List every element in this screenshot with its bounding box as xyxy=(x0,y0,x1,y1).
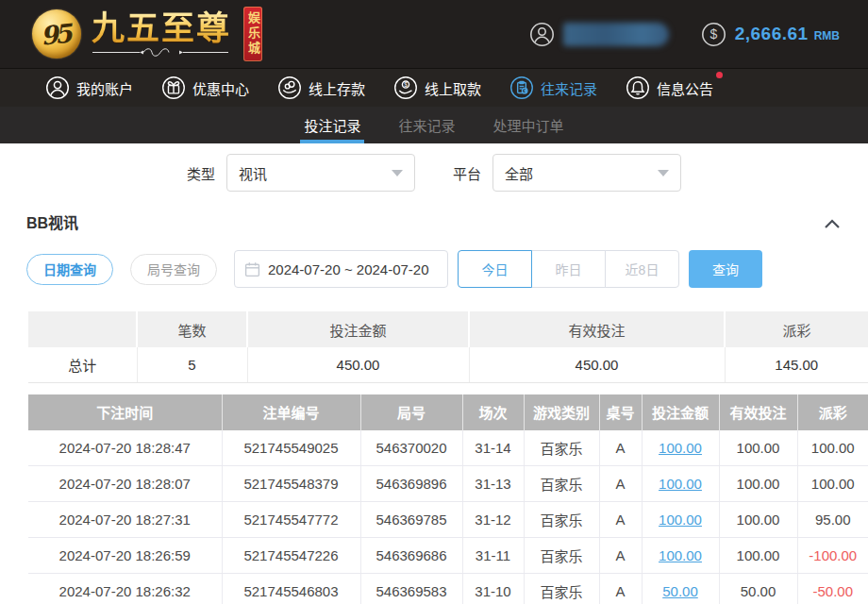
last8days-label: 近8日 xyxy=(626,260,659,278)
quick-range-group: 今日 昨日 近8日 xyxy=(458,250,679,288)
brand-subtitle: 娱乐城 xyxy=(243,7,262,61)
tab-label: 投注记录 xyxy=(304,115,360,135)
header-session: 场次 xyxy=(462,394,524,430)
header-round-no: 局号 xyxy=(360,394,462,430)
nav-label: 线上取款 xyxy=(425,78,481,98)
bet-table-row: 2024-07-20 18:26:32521745546803546369583… xyxy=(28,574,868,604)
tab-transaction-records[interactable]: 往来记录 xyxy=(396,107,457,143)
header-payout: 派彩 xyxy=(797,394,868,430)
bet-amount-link[interactable]: 100.00 xyxy=(659,547,702,563)
bet-time-cell: 2024-07-20 18:28:47 xyxy=(28,430,222,466)
platform-filter: 平台 全部 xyxy=(453,154,681,192)
bet-amount-cell: 50.00 xyxy=(642,574,719,604)
brand-name: 九五至尊 xyxy=(92,10,231,46)
order-no-cell: 521745547772 xyxy=(222,502,360,538)
search-button[interactable]: 查询 xyxy=(689,250,762,288)
valid-bet-cell: 100.00 xyxy=(719,430,797,466)
query-row: 日期查询 局号查询 2024-07-20 ~ 2024-07-20 今日 昨日 … xyxy=(26,250,842,288)
bet-amount-cell: 100.00 xyxy=(642,538,719,574)
table-no-cell: A xyxy=(599,538,642,574)
topbar: 95 九五至尊 娱乐城 xyxy=(0,0,868,68)
bet-time-cell: 2024-07-20 18:26:32 xyxy=(28,574,222,604)
platform-filter-label: 平台 xyxy=(453,163,481,183)
user-avatar-icon xyxy=(529,22,555,47)
header-bet-amount: 投注金额 xyxy=(642,394,719,430)
summary-header-row: 笔数 投注金额 有效投注 派彩 xyxy=(28,311,868,347)
bet-table: 下注时间 注单编号 局号 场次 游戏类别 桌号 投注金额 有效投注 派彩 202… xyxy=(28,394,868,604)
header-game-type: 游戏类别 xyxy=(524,394,599,430)
round-no-cell: 546370020 xyxy=(360,430,462,466)
valid-bet-cell: 100.00 xyxy=(719,538,797,574)
type-select[interactable]: 视讯 xyxy=(226,154,415,192)
filter-row: 类型 视讯 平台 全部 xyxy=(0,154,868,192)
bet-amount-cell: 100.00 xyxy=(642,502,719,538)
game-type-cell: 百家乐 xyxy=(524,502,599,538)
summary-count: 5 xyxy=(137,347,247,382)
nav-item-deposit[interactable]: 线上存款 xyxy=(277,76,365,100)
game-type-cell: 百家乐 xyxy=(524,430,599,466)
bet-amount-link[interactable]: 100.00 xyxy=(659,476,702,492)
nav-label: 往来记录 xyxy=(541,78,597,98)
nav-item-withdraw[interactable]: $ 线上取款 xyxy=(393,76,481,100)
bet-table-row: 2024-07-20 18:26:59521745547226546369686… xyxy=(28,538,868,574)
date-range-input[interactable]: 2024-07-20 ~ 2024-07-20 xyxy=(234,250,448,288)
bet-amount-link[interactable]: 100.00 xyxy=(659,440,702,456)
today-button[interactable]: 今日 xyxy=(458,250,532,288)
summary-header-bet-amount: 投注金额 xyxy=(247,311,469,347)
date-query-label: 日期查询 xyxy=(43,260,96,278)
bet-table-row: 2024-07-20 18:28:07521745548379546369896… xyxy=(28,466,868,502)
round-no-cell: 546369785 xyxy=(360,502,462,538)
payout-cell: 100.00 xyxy=(797,466,868,502)
nav-item-my-account[interactable]: 我的账户 xyxy=(45,76,133,100)
brand-logo[interactable]: 95 九五至尊 娱乐城 xyxy=(32,7,262,61)
calendar-icon xyxy=(244,261,260,277)
table-no-cell: A xyxy=(599,502,642,538)
order-no-cell: 521745546803 xyxy=(222,574,360,604)
bet-time-cell: 2024-07-20 18:28:07 xyxy=(28,466,222,502)
yesterday-label: 昨日 xyxy=(556,260,582,278)
tab-processing-orders[interactable]: 处理中订单 xyxy=(492,107,566,143)
nav-item-records[interactable]: 往来记录 xyxy=(509,76,597,100)
summary-total-label: 总计 xyxy=(28,347,137,382)
nav-label: 信息公告 xyxy=(657,78,713,98)
withdraw-icon: $ xyxy=(393,76,418,100)
valid-bet-cell: 100.00 xyxy=(719,466,797,502)
session-cell: 31-10 xyxy=(462,574,524,604)
game-type-cell: 百家乐 xyxy=(524,538,599,574)
bet-amount-cell: 100.00 xyxy=(642,466,719,502)
round-query-button[interactable]: 局号查询 xyxy=(130,254,217,285)
summary-bet-amount: 450.00 xyxy=(247,347,469,382)
last8days-button[interactable]: 近8日 xyxy=(605,250,679,288)
chevron-down-icon xyxy=(658,170,669,176)
session-cell: 31-11 xyxy=(462,538,524,574)
payout-cell: 95.00 xyxy=(797,502,868,538)
nav-item-announcements[interactable]: 信息公告 xyxy=(626,76,713,100)
chevron-down-icon xyxy=(392,170,403,176)
yesterday-button[interactable]: 昨日 xyxy=(531,250,606,288)
page: 95 九五至尊 娱乐城 xyxy=(0,0,868,604)
nav-item-promotions[interactable]: 优惠中心 xyxy=(161,76,249,100)
collapse-section-button[interactable] xyxy=(823,217,842,230)
bet-table-body: 2024-07-20 18:28:47521745549025546370020… xyxy=(28,430,868,604)
balance-amount: 2,666.61 xyxy=(735,24,809,44)
bet-amount-link[interactable]: 50.00 xyxy=(662,583,698,599)
table-no-cell: A xyxy=(599,430,642,466)
header-bet-time: 下注时间 xyxy=(28,394,222,430)
summary-header-count: 笔数 xyxy=(137,311,247,347)
bet-amount-cell: 100.00 xyxy=(642,430,719,466)
platform-select[interactable]: 全部 xyxy=(492,154,681,192)
section-title: BB视讯 xyxy=(26,212,78,235)
round-no-cell: 546369896 xyxy=(360,466,462,502)
main-nav: 我的账户 优惠中心 线上存款 $ xyxy=(0,68,868,107)
summary-header-empty xyxy=(28,311,137,347)
date-query-button[interactable]: 日期查询 xyxy=(26,254,113,285)
bet-time-cell: 2024-07-20 18:26:59 xyxy=(28,538,222,574)
header-valid-bet: 有效投注 xyxy=(719,394,797,430)
chevron-up-icon xyxy=(823,217,842,230)
tab-bet-records[interactable]: 投注记录 xyxy=(302,107,362,143)
search-button-label: 查询 xyxy=(712,260,739,278)
table-no-cell: A xyxy=(599,574,642,604)
summary-header-payout: 派彩 xyxy=(725,311,868,347)
valid-bet-cell: 50.00 xyxy=(719,574,797,604)
bet-amount-link[interactable]: 100.00 xyxy=(659,512,702,528)
